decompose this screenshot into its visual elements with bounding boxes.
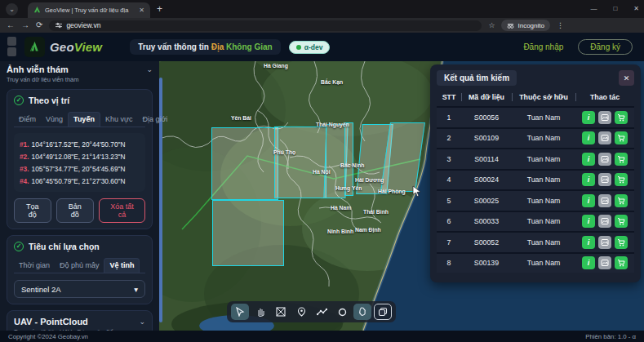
- criteria-tab[interactable]: Độ phủ mây: [55, 258, 104, 273]
- province-label: Hà Nội: [313, 169, 331, 175]
- province-label: Hà Giang: [264, 63, 288, 69]
- data-code: S00109: [461, 134, 512, 142]
- check-circle-icon: ✓: [14, 242, 24, 251]
- chevron-down-icon[interactable]: ⌄: [146, 65, 153, 73]
- zoom-out-button[interactable]: [7, 47, 16, 56]
- add-to-cart-button[interactable]: [615, 173, 628, 186]
- info-button[interactable]: i: [582, 173, 595, 186]
- add-to-cart-button[interactable]: [615, 236, 628, 249]
- window-minimize-button[interactable]: —: [590, 5, 597, 12]
- window-maximize-button[interactable]: □: [613, 5, 617, 12]
- imagery-footprint[interactable]: [274, 127, 326, 198]
- coordinate-list: #1.104°16'17.52"E, 20°44'50.70"N#2.104°4…: [14, 133, 145, 192]
- app-footer: Copyright ©2024 Geobay.vn Phiên bản: 1.0…: [0, 331, 644, 342]
- window-close-button[interactable]: ✕: [633, 5, 639, 12]
- info-button[interactable]: i: [582, 131, 595, 144]
- location-tab[interactable]: Điểm: [14, 112, 41, 127]
- table-row: 3 S00114 Tuan Nam i: [437, 148, 634, 169]
- table-row: 8 S00139 Tuan Nam i: [437, 252, 634, 273]
- info-button[interactable]: i: [582, 256, 595, 269]
- image-preview-button[interactable]: [598, 131, 611, 144]
- coordinate-item: #4.106°45'50.79"E, 21°27'30.60"N: [20, 175, 140, 187]
- region-shape-tool[interactable]: [353, 304, 371, 320]
- image-preview-button[interactable]: [598, 194, 611, 207]
- zoom-in-button[interactable]: [7, 37, 16, 46]
- imagery-footprint[interactable]: [211, 127, 278, 200]
- imagery-footprint[interactable]: [212, 200, 284, 266]
- province-label: Bắc Kạn: [321, 79, 343, 85]
- row-index: 6: [437, 217, 461, 225]
- address-bar[interactable]: geoview.vn: [49, 20, 482, 31]
- browser-tab[interactable]: GeoView | Truy vấn dữ liệu địa ✕: [28, 2, 150, 18]
- coordinate-item: #1.104°16'17.52"E, 20°44'50.70"N: [20, 138, 140, 150]
- tab-title: GeoView | Truy vấn dữ liệu địa: [45, 7, 135, 14]
- info-button[interactable]: i: [582, 215, 595, 228]
- coordinates-button[interactable]: Tọa độ: [14, 198, 51, 223]
- owner-name: Tuan Nam: [512, 113, 575, 122]
- satellite-select[interactable]: Sentinel 2A ▾: [14, 280, 145, 298]
- add-to-cart-button[interactable]: [615, 194, 628, 207]
- results-rows: 1 S00056 Tuan Nam i 2 S00109 Tuan Nam i: [437, 106, 634, 273]
- image-preview-button[interactable]: [598, 215, 611, 228]
- map-button[interactable]: Bản đồ: [56, 198, 94, 223]
- row-index: 4: [437, 175, 461, 184]
- location-tab[interactable]: Tuyến: [68, 112, 100, 127]
- add-to-cart-button[interactable]: [615, 256, 628, 269]
- criteria-tab[interactable]: Vệ tinh: [104, 258, 140, 273]
- location-tab[interactable]: Vùng: [41, 112, 68, 127]
- site-settings-icon[interactable]: [56, 22, 62, 29]
- info-button[interactable]: i: [582, 153, 595, 166]
- chevron-down-icon[interactable]: ⌄: [139, 318, 145, 326]
- uav-title: UAV - PointCloud: [14, 317, 88, 326]
- back-icon[interactable]: ←: [7, 21, 15, 29]
- province-label: Thái Bình: [363, 209, 389, 215]
- login-button[interactable]: Đăng nhập: [523, 42, 563, 51]
- add-to-cart-button[interactable]: [615, 111, 628, 124]
- location-tab[interactable]: Khu vực: [100, 112, 138, 127]
- tab-search-button[interactable]: ⌄: [6, 3, 18, 16]
- image-preview-button[interactable]: [598, 173, 611, 186]
- browser-menu-icon[interactable]: ⋮: [557, 21, 564, 29]
- province-label: Bắc Ninh: [340, 162, 364, 168]
- bookmark-star-icon[interactable]: ☆: [488, 21, 495, 29]
- province-label: Hà Nam: [331, 205, 351, 211]
- mouse-cursor: [412, 185, 422, 197]
- row-index: 7: [437, 238, 461, 247]
- forward-icon[interactable]: →: [21, 21, 29, 29]
- table-row: 1 S00056 Tuan Nam i: [437, 106, 634, 127]
- tab-close-icon[interactable]: ✕: [139, 7, 144, 14]
- add-to-cart-button[interactable]: [615, 153, 628, 166]
- image-preview-button[interactable]: [598, 153, 611, 166]
- close-icon[interactable]: ✕: [619, 70, 634, 86]
- image-preview-button[interactable]: [598, 111, 611, 124]
- register-button[interactable]: Đăng ký: [578, 39, 633, 55]
- image-preview-button[interactable]: [598, 256, 611, 269]
- select-cursor-tool[interactable]: [231, 304, 249, 320]
- data-code: S00025: [461, 197, 512, 205]
- new-tab-button[interactable]: +: [157, 3, 162, 15]
- location-tab[interactable]: Địa giới: [137, 112, 172, 127]
- layers-copy-tool[interactable]: [374, 304, 392, 320]
- info-button[interactable]: i: [582, 236, 595, 249]
- info-button[interactable]: i: [582, 194, 595, 207]
- data-code: S00024: [461, 175, 512, 184]
- imagery-frame-tool[interactable]: [272, 304, 290, 320]
- add-to-cart-button[interactable]: [615, 131, 628, 144]
- incognito-badge: Incognito: [501, 20, 549, 31]
- location-tabs: ĐiểmVùngTuyếnKhu vựcĐịa giới: [14, 112, 145, 127]
- circle-tool[interactable]: [333, 304, 351, 320]
- data-code: S00033: [461, 217, 512, 225]
- clear-all-button[interactable]: Xóa tất cả: [99, 198, 145, 223]
- app-tagline: Truy vấn thông tin Địa Không Gian: [130, 39, 280, 55]
- image-preview-button[interactable]: [598, 236, 611, 249]
- incognito-icon: [507, 22, 514, 29]
- polyline-tool[interactable]: [313, 304, 331, 320]
- pan-hand-tool[interactable]: [251, 304, 269, 320]
- info-button[interactable]: i: [582, 111, 595, 124]
- marker-tool[interactable]: [292, 304, 310, 320]
- owner-name: Tuan Nam: [512, 238, 575, 247]
- criteria-tab[interactable]: Thời gian: [14, 258, 55, 273]
- add-to-cart-button[interactable]: [615, 215, 628, 228]
- geoview-logo[interactable]: [24, 37, 45, 57]
- reload-icon[interactable]: ⟳: [36, 21, 42, 29]
